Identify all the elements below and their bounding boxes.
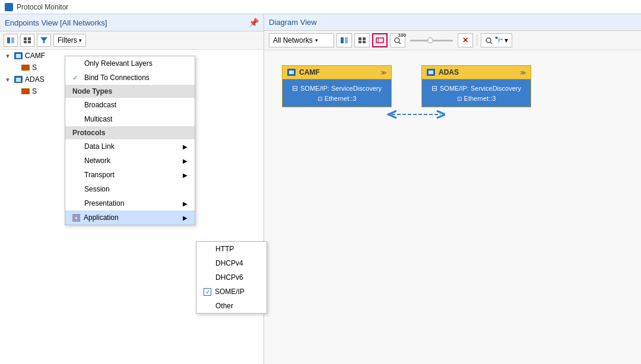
menu-item-session[interactable]: Session xyxy=(65,182,195,196)
slider-track[interactable] xyxy=(410,40,453,41)
submenu-someip[interactable]: ✓ SOME/IP xyxy=(196,285,266,299)
diagram-btn-grid[interactable] xyxy=(354,33,370,47)
adas-eth-label: ⊡ Ethernet::3 xyxy=(427,95,526,102)
network-arrow: ▶ xyxy=(183,158,188,164)
menu-item-network[interactable]: Network ▶ xyxy=(65,154,195,168)
left-panel: Endpoints View [All Networks] 📌 Filters … xyxy=(0,14,264,364)
menu-item-data-link[interactable]: Data Link ▶ xyxy=(65,139,195,154)
zoom-slider[interactable] xyxy=(408,33,455,47)
data-link-arrow: ▶ xyxy=(183,143,188,150)
camf-eth-label: ⊡ Ethernet::3 xyxy=(287,95,386,102)
dhcpv4-label: DHCPv4 xyxy=(215,259,243,267)
adas-expand-icon[interactable]: ▼ xyxy=(5,76,12,83)
svg-rect-21 xyxy=(289,71,294,74)
menu-item-presentation[interactable]: Presentation ▶ xyxy=(65,196,195,210)
diagram-btn-search[interactable]: 100 xyxy=(390,33,405,47)
adas-node-header: ADAS ≫ xyxy=(422,66,531,79)
slider-thumb[interactable] xyxy=(427,37,433,43)
endpoints-view-title: Endpoints View [All Networks] xyxy=(5,18,107,27)
multicast-label: Multicast xyxy=(84,115,112,123)
bind-connections-label: Bind To Connections xyxy=(84,74,150,82)
menu-item-bind-connections[interactable]: ✓ Bind To Connections xyxy=(65,71,195,85)
camf-sub-label: S xyxy=(32,63,37,72)
application-submenu: HTTP DHCPv4 DHCPv6 ✓ SOME/IP Other xyxy=(196,241,267,314)
svg-rect-22 xyxy=(429,71,433,74)
svg-point-17 xyxy=(395,38,399,43)
network-label: Network xyxy=(84,157,110,165)
filters-chevron-icon: ▾ xyxy=(79,37,82,43)
networks-select[interactable]: All Networks ▾ xyxy=(269,33,334,47)
filters-label: Filters xyxy=(58,36,77,44)
panel-header-controls: 📌 xyxy=(249,18,259,27)
camf-node-body: ⊟SOME/IP: ServiceDiscovery ⊡ Ethernet::3 xyxy=(283,79,391,107)
networks-label: All Networks xyxy=(273,36,313,44)
svg-marker-6 xyxy=(40,37,47,43)
camf-label: CAMF xyxy=(25,52,45,60)
camf-node-icon xyxy=(14,52,23,59)
submenu-http[interactable]: HTTP xyxy=(196,242,266,256)
pin-icon[interactable]: 📌 xyxy=(249,18,259,27)
svg-rect-14 xyxy=(363,41,366,43)
adas-service-label: ⊟SOME/IP: ServiceDiscovery xyxy=(427,84,526,92)
camf-node-arrows: ≫ xyxy=(380,69,386,76)
menu-item-broadcast[interactable]: Broadcast xyxy=(65,98,195,112)
endpoint-view-btn1[interactable] xyxy=(4,34,18,47)
application-arrow: ▶ xyxy=(183,215,188,221)
app-title: Protocol Monitor xyxy=(17,3,68,11)
diagram-btn-layout[interactable] xyxy=(337,33,352,47)
filters-dropdown-menu: Only Relevant Layers ✓ Bind To Connectio… xyxy=(65,56,195,225)
menu-item-application[interactable]: ▪ Application ▶ xyxy=(65,210,195,225)
svg-rect-1 xyxy=(11,37,14,43)
bind-connections-check: ✓ xyxy=(72,74,81,82)
application-label: Application xyxy=(84,213,119,222)
svg-rect-12 xyxy=(363,37,366,40)
menu-item-only-relevant[interactable]: Only Relevant Layers xyxy=(65,56,195,71)
menu-item-transport[interactable]: Transport ▶ xyxy=(65,168,195,182)
diagram-header: Diagram View xyxy=(264,14,641,31)
other-label: Other xyxy=(215,302,233,310)
toolbar-divider xyxy=(477,34,477,46)
find-chevron-icon: ▾ xyxy=(504,36,508,44)
camf-sub-icon xyxy=(21,65,30,71)
endpoint-view-btn2[interactable] xyxy=(20,34,34,47)
data-link-label: Data Link xyxy=(84,142,115,151)
adas-diagram-node[interactable]: ADAS ≫ ⊟SOME/IP: ServiceDiscovery ⊡ Ethe… xyxy=(421,65,531,107)
broadcast-label: Broadcast xyxy=(84,101,116,109)
someip-label: SOME/IP xyxy=(215,288,245,296)
adas-sub-label: S xyxy=(32,87,37,95)
svg-rect-7 xyxy=(16,54,21,58)
camf-diagram-node[interactable]: CAMF ≫ ⊟SOME/IP: ServiceDiscovery ⊡ Ethe… xyxy=(282,65,392,107)
transport-arrow: ▶ xyxy=(183,172,188,178)
camf-service-label: ⊟SOME/IP: ServiceDiscovery xyxy=(287,84,386,92)
presentation-arrow: ▶ xyxy=(183,200,188,207)
filter-icon-btn[interactable] xyxy=(37,34,51,47)
svg-line-18 xyxy=(399,42,401,44)
svg-rect-4 xyxy=(24,41,27,43)
someip-check-icon: ✓ xyxy=(204,288,211,296)
adas-header-icon xyxy=(427,69,435,76)
camf-node-header: CAMF ≫ xyxy=(283,66,391,79)
svg-rect-9 xyxy=(341,37,344,43)
only-relevant-label: Only Relevant Layers xyxy=(84,59,153,68)
diagram-find-btn[interactable]: 🔭 ▾ xyxy=(481,33,512,47)
http-label: HTTP xyxy=(215,245,234,253)
submenu-other[interactable]: Other xyxy=(196,299,266,313)
expand-icon[interactable]: ▼ xyxy=(5,53,12,59)
left-panel-header: Endpoints View [All Networks] 📌 xyxy=(0,14,264,31)
dhcpv6-label: DHCPv6 xyxy=(215,273,243,282)
right-panel: Diagram View All Networks ▾ 100 xyxy=(264,14,641,364)
adas-sub-icon xyxy=(21,88,30,94)
left-toolbar: Filters ▾ xyxy=(0,31,264,50)
filters-dropdown-btn[interactable]: Filters ▾ xyxy=(53,34,86,47)
adas-node-arrows: ≫ xyxy=(520,69,526,76)
diagram-btn-view[interactable] xyxy=(372,33,388,47)
svg-line-20 xyxy=(490,42,493,44)
transport-label: Transport xyxy=(84,171,115,179)
camf-header-icon xyxy=(287,69,296,76)
adas-node-body: ⊟SOME/IP: ServiceDiscovery ⊡ Ethernet::3 xyxy=(422,79,531,107)
submenu-dhcpv6[interactable]: DHCPv6 xyxy=(196,270,266,285)
app-icon xyxy=(5,3,13,11)
diagram-clear-btn[interactable]: ✕ xyxy=(458,33,473,47)
submenu-dhcpv4[interactable]: DHCPv4 xyxy=(196,256,266,270)
menu-item-multicast[interactable]: Multicast xyxy=(65,112,195,126)
